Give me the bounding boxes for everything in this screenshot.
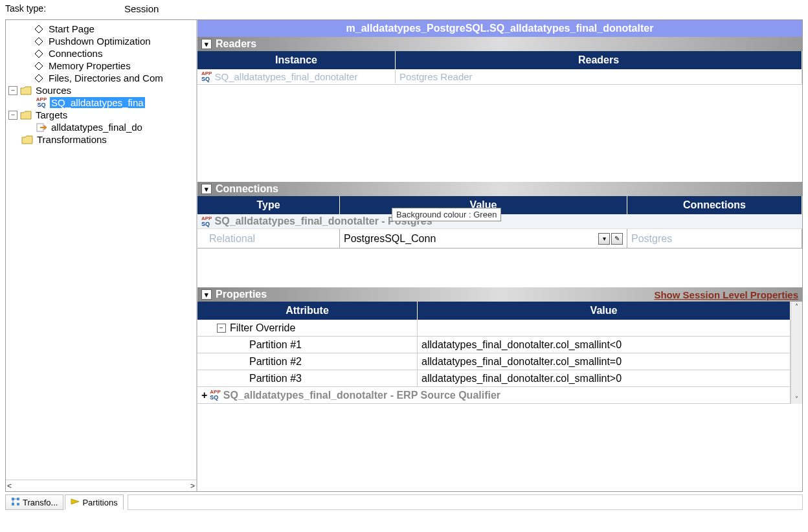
tree-node-start-page[interactable]: Start Page: [6, 23, 196, 35]
task-type-row: Task type: Session: [0, 0, 808, 17]
property-attr: Partition #3: [197, 370, 418, 386]
property-row[interactable]: Partition #1 alldatatypes_final_donotalt…: [197, 337, 791, 353]
properties-body: − Filter Override Partition #1 alldataty…: [197, 320, 791, 404]
diamond-icon: [33, 49, 45, 59]
connection-row[interactable]: Relational PostgresSQL_Conn ▾ ✎ Postgres: [197, 229, 802, 249]
left-panel: Start Page Pushdown Optimization Connect…: [6, 20, 197, 491]
property-value[interactable]: alldatatypes_final_donotalter.col_smalli…: [418, 370, 791, 386]
tab-partitions-label: Partitions: [82, 498, 117, 507]
source-qualifier-icon: APPSQ: [36, 98, 47, 108]
svg-marker-0: [35, 25, 43, 33]
connection-type: Relational: [197, 229, 340, 249]
nav-tree: Start Page Pushdown Optimization Connect…: [6, 20, 196, 480]
partitions-tab-icon: [71, 497, 80, 508]
scroll-left-icon[interactable]: <: [7, 482, 12, 491]
task-type-label: Task type:: [5, 3, 122, 14]
svg-marker-3: [35, 62, 43, 70]
property-group-row[interactable]: − Filter Override: [197, 320, 791, 337]
tree-node-target-child[interactable]: alldatatypes_final_do: [6, 121, 196, 133]
source-qualifier-icon: APPSQ: [210, 390, 220, 401]
source-qualifier-icon: APPSQ: [201, 216, 212, 227]
dropdown-button[interactable]: ▾: [598, 233, 610, 245]
diamond-icon: [33, 61, 45, 71]
connection-value: PostgresSQL_Conn: [344, 233, 436, 245]
task-type-value[interactable]: Session: [122, 3, 803, 14]
property-row[interactable]: Partition #2 alldatatypes_final_donotalt…: [197, 353, 791, 370]
col-attribute: Attribute: [197, 302, 418, 320]
scroll-right-icon[interactable]: >: [190, 482, 195, 491]
collapse-section-icon[interactable]: ▾: [201, 39, 212, 49]
tree-node-files-dirs[interactable]: Files, Directories and Com: [6, 72, 196, 84]
connections-header-label: Connections: [216, 183, 278, 195]
property-value[interactable]: alldatatypes_final_donotalter.col_smalli…: [418, 353, 791, 370]
properties-header-label: Properties: [216, 289, 267, 300]
tree-node-pushdown[interactable]: Pushdown Optimization: [6, 35, 196, 47]
folder-icon: [21, 135, 33, 145]
vertical-scrollbar[interactable]: ˄ ˅: [791, 302, 802, 404]
expand-icon[interactable]: +: [201, 390, 207, 401]
mapping-title: m_alldatatypes_PostgreSQL.SQ_alldatatype…: [197, 20, 802, 37]
property-footer-label: SQ_alldatatypes_final_donotalter - ERP S…: [223, 390, 500, 401]
collapse-icon[interactable]: −: [217, 324, 226, 333]
tree-node-targets[interactable]: − Targets: [6, 109, 196, 121]
property-row[interactable]: Partition #3 alldatatypes_final_donotalt…: [197, 370, 791, 387]
properties-header: ▾ Properties Show Session Level Properti…: [197, 287, 802, 302]
collapse-icon[interactable]: −: [8, 86, 17, 95]
svg-rect-6: [12, 498, 14, 500]
tab-transformations[interactable]: Transfo...: [5, 494, 63, 510]
property-value[interactable]: alldatatypes_final_donotalter.col_smalli…: [418, 337, 791, 353]
folder-icon: [20, 110, 32, 120]
scroll-down-icon[interactable]: ˅: [795, 395, 798, 403]
col-readers: Readers: [396, 51, 802, 69]
connection-conn: Postgres: [627, 229, 802, 249]
folder-icon: [20, 85, 32, 96]
col-type: Type: [197, 196, 340, 214]
tab-partitions[interactable]: Partitions: [65, 494, 123, 510]
readers-table-header: Instance Readers: [197, 51, 802, 69]
property-attr: Partition #2: [197, 353, 418, 370]
col-connections: Connections: [627, 196, 802, 214]
readers-row[interactable]: APPSQ SQ_alldatatypes_final_donotalter P…: [197, 69, 802, 85]
readers-header: ▾ Readers: [197, 37, 802, 51]
property-attr: Partition #1: [197, 337, 418, 353]
show-session-level-link[interactable]: Show Session Level Properties: [654, 289, 798, 300]
tabs-row: Transfo... Partitions: [5, 493, 803, 511]
svg-marker-1: [35, 38, 43, 45]
svg-marker-2: [35, 50, 43, 58]
diamond-icon: [33, 36, 45, 47]
reader-value: Postgres Reader: [396, 70, 802, 83]
tree-node-memory[interactable]: Memory Properties: [6, 60, 196, 72]
right-panel: m_alldatatypes_PostgreSQL.SQ_alldatatype…: [197, 20, 802, 491]
property-group-label: Filter Override: [230, 322, 295, 334]
tooltip: Background colour : Green: [392, 208, 501, 221]
edit-button[interactable]: ✎: [611, 233, 623, 245]
diamond-icon: [33, 73, 45, 83]
tree-node-transformations[interactable]: Transformations: [6, 133, 196, 146]
svg-rect-9: [17, 503, 19, 505]
tab-transformations-label: Transfo...: [23, 498, 58, 507]
tab-spacer: [128, 494, 803, 510]
svg-marker-4: [35, 74, 43, 82]
source-qualifier-icon: APPSQ: [201, 71, 212, 82]
collapse-section-icon[interactable]: ▾: [201, 184, 212, 194]
connections-header: ▾ Connections: [197, 182, 802, 196]
svg-rect-8: [12, 503, 14, 505]
tree-node-sources[interactable]: − Sources: [6, 84, 196, 96]
scroll-up-icon[interactable]: ˄: [795, 303, 798, 310]
transformations-tab-icon: [11, 497, 20, 508]
properties-table-header: Attribute Value: [197, 302, 791, 320]
diamond-icon: [33, 24, 45, 34]
tree-node-sq-source[interactable]: APPSQ SQ_alldatatypes_fina: [6, 96, 196, 109]
col-value: Value: [418, 302, 791, 320]
horizontal-scrollbar[interactable]: < >: [6, 480, 196, 491]
tree-node-connections[interactable]: Connections: [6, 47, 196, 60]
main-area: Start Page Pushdown Optimization Connect…: [5, 19, 803, 492]
col-instance: Instance: [197, 51, 396, 69]
collapse-section-icon[interactable]: ▾: [201, 289, 212, 300]
collapse-icon[interactable]: −: [8, 111, 17, 120]
target-table-icon: [36, 122, 47, 133]
reader-instance: SQ_alldatatypes_final_donotalter: [214, 71, 357, 82]
svg-rect-7: [17, 498, 19, 500]
readers-header-label: Readers: [216, 38, 256, 50]
svg-marker-12: [71, 499, 79, 504]
